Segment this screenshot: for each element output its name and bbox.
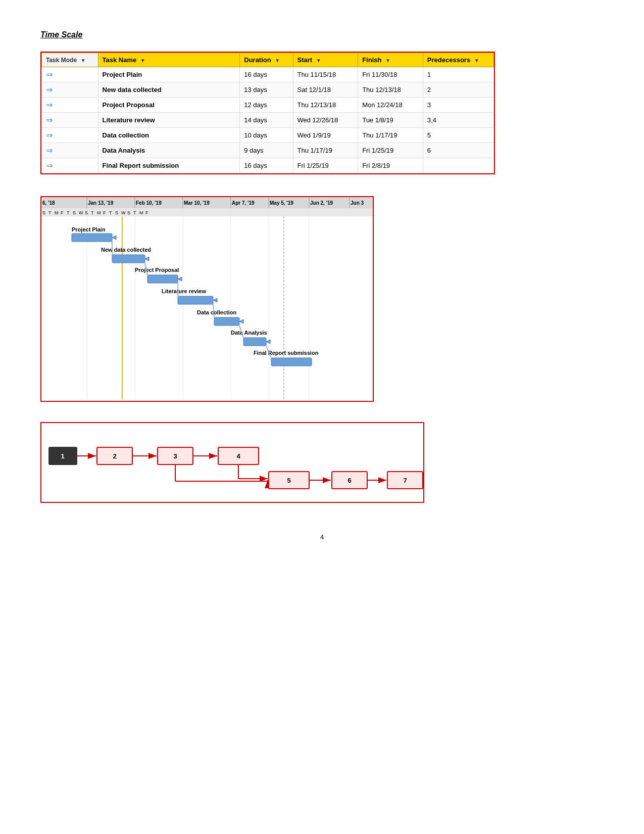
task-start-cell: Wed 12/26/18	[293, 113, 358, 128]
task-finish-cell: Fri 11/30/18	[358, 67, 423, 82]
task-mode-cell: ⇒	[42, 113, 98, 128]
name-sort-icon[interactable]: ▼	[140, 58, 145, 63]
task-mode-icon: ⇒	[46, 116, 53, 124]
task-pred-cell: 3	[423, 98, 493, 113]
task-duration-cell: 14 days	[240, 113, 293, 128]
table-row: ⇒Project Plain16 daysThu 11/15/18Fri 11/…	[42, 67, 494, 82]
table-row: ⇒Project Proposal12 daysThu 12/13/18Mon …	[42, 98, 494, 113]
svg-text:S: S	[115, 210, 118, 215]
svg-rect-63	[243, 338, 266, 346]
task-finish-cell: Fri 2/8/19	[358, 158, 423, 173]
mode-sort-icon[interactable]: ▼	[80, 58, 85, 63]
task-finish-cell: Thu 12/13/18	[358, 82, 423, 98]
svg-text:T: T	[91, 210, 94, 215]
svg-text:T: T	[67, 210, 70, 215]
svg-text:1: 1	[61, 452, 64, 460]
svg-text:M: M	[97, 210, 101, 215]
task-name-cell: Project Plain	[98, 67, 240, 82]
svg-text:M: M	[55, 210, 59, 215]
svg-text:S: S	[42, 210, 45, 215]
svg-text:Jun 2, '19: Jun 2, '19	[310, 200, 333, 206]
svg-text:7: 7	[403, 477, 407, 484]
task-start-cell: Wed 1/9/19	[293, 128, 358, 143]
svg-text:S: S	[85, 210, 88, 215]
network-diagram-svg: 1 2 3 4 5 6 7	[41, 423, 425, 504]
task-mode-icon: ⇒	[46, 146, 53, 155]
finish-sort-icon[interactable]: ▼	[385, 58, 390, 63]
page-title: Time Scale	[40, 30, 604, 39]
task-start-cell: Thu 1/17/19	[293, 143, 358, 158]
task-mode-cell: ⇒	[42, 143, 98, 158]
svg-text:New data collected: New data collected	[101, 247, 151, 253]
task-start-cell: Thu 11/15/18	[293, 67, 358, 82]
svg-text:Apr 7, '19: Apr 7, '19	[232, 200, 255, 206]
svg-rect-51	[147, 275, 178, 283]
task-finish-cell: Fri 1/25/19	[358, 143, 423, 158]
svg-text:Final Report submission: Final Report submission	[254, 350, 319, 356]
task-mode-icon: ⇒	[46, 101, 53, 109]
svg-line-61	[213, 304, 214, 317]
svg-text:F: F	[103, 210, 106, 215]
task-mode-icon: ⇒	[46, 85, 53, 94]
task-duration-cell: 10 days	[240, 128, 293, 143]
svg-text:Data Analysis: Data Analysis	[231, 330, 267, 336]
svg-text:Jun 3: Jun 3	[351, 200, 364, 206]
col-header-mode[interactable]: Task Mode ▼	[42, 53, 98, 67]
svg-marker-48	[145, 257, 149, 261]
table-row: ⇒Final Report submission16 daysFri 1/25/…	[42, 158, 494, 173]
task-mode-cell: ⇒	[42, 82, 98, 98]
svg-text:2: 2	[113, 452, 116, 460]
task-duration-cell: 16 days	[240, 158, 293, 173]
svg-text:6: 6	[348, 477, 351, 484]
task-finish-cell: Tue 1/8/19	[358, 113, 423, 128]
task-name-cell: Data collection	[98, 128, 240, 143]
svg-text:5: 5	[287, 477, 290, 484]
task-pred-cell: 5	[423, 128, 493, 143]
task-mode-cell: ⇒	[42, 98, 98, 113]
task-start-cell: Thu 12/13/18	[293, 98, 358, 113]
svg-text:Project Proposal: Project Proposal	[135, 267, 179, 273]
svg-rect-59	[214, 317, 239, 326]
gantt-table: Task Mode ▼ Task Name ▼ Duration ▼ Start…	[41, 53, 494, 173]
svg-rect-44	[72, 234, 112, 242]
task-mode-cell: ⇒	[42, 67, 98, 82]
svg-rect-67	[271, 358, 312, 366]
start-sort-icon[interactable]: ▼	[316, 58, 321, 63]
task-mode-icon: ⇒	[46, 70, 53, 79]
task-name-cell: New data collected	[98, 82, 240, 98]
svg-text:W: W	[121, 210, 126, 215]
svg-marker-60	[239, 319, 243, 323]
task-duration-cell: 16 days	[240, 67, 293, 82]
svg-rect-47	[112, 255, 145, 263]
pred-sort-icon[interactable]: ▼	[474, 58, 479, 63]
svg-marker-56	[213, 298, 217, 302]
table-row: ⇒Data Analysis9 daysThu 1/17/19Fri 1/25/…	[42, 143, 494, 158]
task-name-cell: Project Proposal	[98, 98, 240, 113]
svg-text:S: S	[127, 210, 130, 215]
col-header-start[interactable]: Start ▼	[293, 53, 358, 67]
col-header-name[interactable]: Task Name ▼	[98, 53, 240, 67]
col-header-predecessors[interactable]: Predecessors ▼	[423, 53, 493, 67]
col-header-finish[interactable]: Finish ▼	[358, 53, 423, 67]
svg-text:6, '18: 6, '18	[42, 200, 55, 206]
svg-text:Mar 10, '19: Mar 10, '19	[184, 200, 210, 206]
svg-text:3: 3	[173, 452, 177, 460]
col-header-duration[interactable]: Duration ▼	[240, 53, 293, 67]
task-duration-cell: 12 days	[240, 98, 293, 113]
svg-text:T: T	[109, 210, 112, 215]
task-name-cell: Final Report submission	[98, 158, 240, 173]
task-finish-cell: Thu 1/17/19	[358, 128, 423, 143]
table-row: ⇒Literature review14 daysWed 12/26/18Tue…	[42, 113, 494, 128]
duration-sort-icon[interactable]: ▼	[275, 58, 280, 63]
task-pred-cell: 1	[423, 67, 493, 82]
svg-text:Feb 10, '19: Feb 10, '19	[136, 200, 162, 206]
task-start-cell: Fri 1/25/19	[293, 158, 358, 173]
svg-text:F: F	[145, 210, 148, 215]
svg-marker-64	[266, 340, 270, 344]
network-diagram-container: 1 2 3 4 5 6 7	[40, 422, 424, 503]
task-start-cell: Sat 12/1/18	[293, 82, 358, 98]
table-row: ⇒Data collection10 daysWed 1/9/19Thu 1/1…	[42, 128, 494, 143]
svg-text:W: W	[79, 210, 83, 215]
gantt-chart-container: 6, '18 Jan 13, '19 Feb 10, '19 Mar 10, '…	[40, 196, 374, 402]
svg-text:May 5, '19: May 5, '19	[270, 200, 293, 206]
